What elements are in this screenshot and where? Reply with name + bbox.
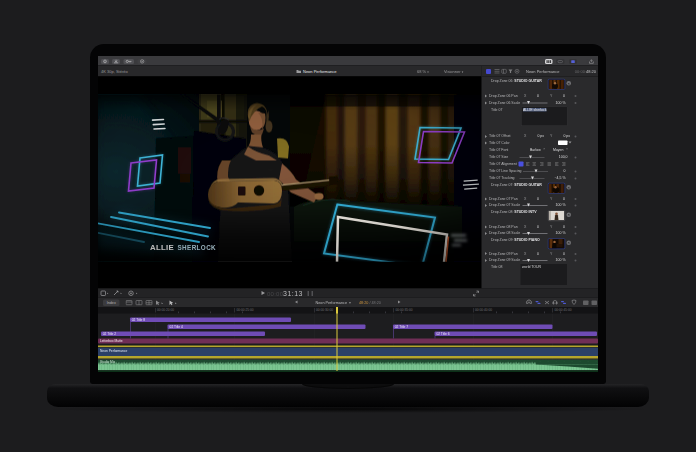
svg-text:Studio Mix: Studio Mix [100,360,116,364]
